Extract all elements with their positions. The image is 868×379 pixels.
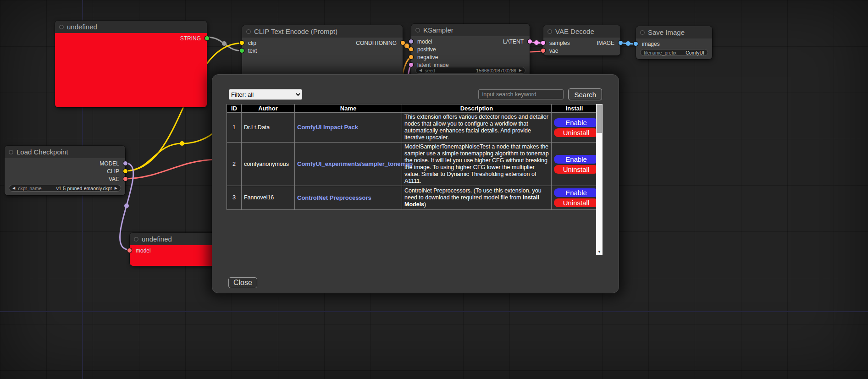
- output-label-clip: CLIP: [107, 168, 125, 175]
- extension-row: 2 comfyanonymous ComfyUI_experiments/sam…: [227, 143, 597, 186]
- input-port-negative[interactable]: [409, 55, 413, 59]
- input-label-negative: negative: [411, 54, 438, 60]
- node-body: STRING: [55, 33, 207, 107]
- cell-description: ControlNet Preprocessors. (To use this e…: [402, 186, 552, 210]
- output-port-image[interactable]: [619, 41, 623, 45]
- output-port-conditioning[interactable]: [401, 41, 405, 45]
- input-port-clip[interactable]: [240, 41, 244, 45]
- node-title: VAE Decode: [555, 27, 594, 35]
- node-title-bar[interactable]: CLIP Text Encode (Prompt): [242, 25, 403, 38]
- seed-widget[interactable]: ◀ seed 156680208700286 ▶: [415, 67, 525, 74]
- cell-author: comfyanonymous: [242, 143, 295, 186]
- input-label-text: text: [242, 48, 257, 54]
- node-body: images filename_prefix ComfyUI: [636, 38, 712, 59]
- input-port-model[interactable]: [127, 248, 132, 253]
- cell-install: Enable Uninstall: [552, 186, 597, 210]
- decrement-arrow-icon[interactable]: ◀: [419, 69, 422, 72]
- output-port-clip[interactable]: [123, 169, 127, 173]
- input-port-positive[interactable]: [409, 47, 413, 51]
- cell-author: Fannovel16: [242, 186, 295, 210]
- input-port-latent-image[interactable]: [409, 63, 413, 67]
- input-port-samples[interactable]: [541, 41, 545, 45]
- link-dot-latent: [534, 40, 539, 45]
- node-title-bar[interactable]: undefined: [55, 21, 207, 33]
- node-title-bar[interactable]: KSampler: [411, 24, 530, 36]
- link-dot-model: [124, 203, 129, 208]
- next-arrow-icon[interactable]: ▶: [115, 187, 117, 190]
- header-author: Author: [242, 104, 295, 113]
- collapse-dot-icon[interactable]: [9, 150, 13, 154]
- input-label-samples: samples: [543, 40, 570, 46]
- input-label-positive: positive: [411, 46, 436, 53]
- input-port-text[interactable]: [240, 49, 244, 53]
- output-port-latent[interactable]: [528, 39, 532, 44]
- scrollbar-thumb[interactable]: [597, 104, 602, 133]
- uninstall-button[interactable]: Uninstall: [554, 198, 598, 207]
- table-scrollbar[interactable]: ▼: [596, 104, 603, 255]
- node-load-checkpoint[interactable]: Load Checkpoint MODEL CLIP VAE ◀ ckpt_na…: [5, 146, 125, 195]
- node-title-bar[interactable]: VAE Decode: [543, 25, 620, 38]
- node-save-image[interactable]: Save Image images filename_prefix ComfyU…: [636, 26, 712, 59]
- extension-link[interactable]: ComfyUI_experiments/sampler_tonemap: [297, 160, 413, 167]
- input-port-vae[interactable]: [541, 49, 545, 53]
- node-body: MODEL CLIP VAE ◀ ckpt_name v1-5-pruned-e…: [5, 158, 125, 195]
- collapse-dot-icon[interactable]: [59, 25, 64, 29]
- close-button[interactable]: Close: [228, 277, 257, 288]
- node-vae-decode[interactable]: VAE Decode samples IMAGE vae: [543, 25, 620, 55]
- node-body: model LATENT positive negative latent_im…: [411, 36, 530, 78]
- output-port-string[interactable]: [205, 36, 209, 40]
- cell-id: 2: [227, 143, 242, 186]
- enable-button[interactable]: Enable: [554, 188, 598, 197]
- node-undefined-top[interactable]: undefined STRING: [55, 21, 207, 107]
- collapse-dot-icon[interactable]: [415, 28, 420, 33]
- scroll-down-icon[interactable]: ▼: [596, 248, 603, 255]
- output-label-vae: VAE: [109, 176, 125, 182]
- enable-button[interactable]: Enable: [554, 118, 598, 127]
- input-port-images[interactable]: [634, 42, 638, 46]
- search-button[interactable]: Search: [568, 88, 602, 100]
- collapse-dot-icon[interactable]: [547, 29, 552, 34]
- node-body: samples IMAGE vae: [543, 38, 620, 55]
- uninstall-button[interactable]: Uninstall: [554, 165, 598, 174]
- node-title: undefined: [67, 23, 97, 31]
- node-title: undefined: [142, 235, 172, 243]
- link-dot-clip: [180, 141, 184, 146]
- extension-row: 1 Dr.Lt.Data ComfyUI Impact Pack This ex…: [227, 113, 597, 143]
- link-dot-conditioning: [404, 44, 409, 48]
- node-graph-canvas[interactable]: undefined STRING CLIP Text Encode (Promp…: [0, 0, 868, 379]
- output-port-model[interactable]: [123, 161, 127, 165]
- node-ksampler[interactable]: KSampler model LATENT positive negative …: [411, 24, 530, 78]
- cell-install: Enable Uninstall: [552, 113, 597, 143]
- cell-id: 1: [227, 113, 242, 143]
- cell-description: ModelSamplerTonemapNoiseTest a node that…: [402, 143, 552, 186]
- filter-select[interactable]: Filter: all: [229, 89, 302, 100]
- filename-prefix-widget[interactable]: filename_prefix ComfyUI: [640, 49, 708, 56]
- node-title: Load Checkpoint: [17, 148, 68, 156]
- increment-arrow-icon[interactable]: ▶: [519, 69, 522, 72]
- collapse-dot-icon[interactable]: [640, 30, 645, 35]
- cell-description: This extension offers various detector n…: [402, 113, 552, 143]
- cell-author: Dr.Lt.Data: [242, 113, 295, 143]
- extension-link[interactable]: ControlNet Preprocessors: [297, 194, 371, 201]
- link-dot-string: [222, 41, 227, 46]
- search-input[interactable]: [478, 89, 564, 99]
- previous-arrow-icon[interactable]: ◀: [12, 187, 15, 190]
- cell-install: Enable Uninstall: [552, 143, 597, 186]
- output-port-vae[interactable]: [123, 177, 127, 181]
- widget-value: v1-5-pruned-emaonly.ckpt: [56, 186, 112, 191]
- header-install: Install: [552, 104, 597, 113]
- extensions-table: ID Author Name Description Install 1 Dr.…: [227, 104, 597, 210]
- output-label: STRING: [180, 35, 207, 42]
- node-title-bar[interactable]: Save Image: [636, 26, 712, 38]
- enable-button[interactable]: Enable: [554, 155, 598, 164]
- ckpt-name-widget[interactable]: ◀ ckpt_name v1-5-pruned-emaonly.ckpt ▶: [9, 185, 121, 192]
- header-name: Name: [295, 104, 402, 113]
- uninstall-button[interactable]: Uninstall: [554, 128, 598, 137]
- extension-link[interactable]: ComfyUI Impact Pack: [297, 124, 358, 131]
- collapse-dot-icon[interactable]: [134, 237, 138, 242]
- node-title-bar[interactable]: Load Checkpoint: [5, 146, 125, 158]
- widget-value: ComfyUI: [686, 50, 704, 55]
- output-label-latent: LATENT: [503, 38, 530, 45]
- input-port-model[interactable]: [409, 39, 413, 44]
- collapse-dot-icon[interactable]: [246, 29, 251, 34]
